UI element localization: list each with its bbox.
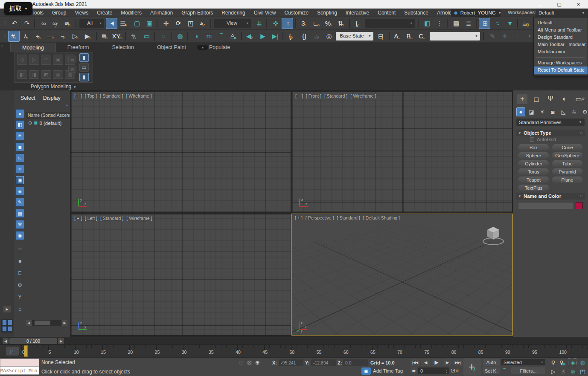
- select-and-link-icon[interactable]: ∞: [37, 18, 49, 29]
- primitive-button[interactable]: Sphere: [518, 152, 549, 159]
- menu-item[interactable]: Substance: [400, 9, 433, 17]
- display-bones-icon[interactable]: ☻: [15, 187, 24, 196]
- brush-size-medium-icon[interactable]: •: [523, 31, 535, 42]
- toggle-ribbon-icon[interactable]: ⊞: [479, 18, 490, 29]
- explorer-column-header[interactable]: Name (Sorted Ascendin: [26, 112, 70, 119]
- workspace-menu-item[interactable]: Design Standard: [534, 34, 588, 41]
- isolate-selection-toggle-icon[interactable]: ⊡: [239, 359, 244, 366]
- menu-item[interactable]: Create: [93, 9, 116, 17]
- select-object-icon[interactable]: ➤: [106, 18, 117, 29]
- menu-item[interactable]: Animation: [146, 9, 177, 17]
- viewport-label-segment[interactable]: [ Left ]: [85, 216, 97, 221]
- render-preset-select[interactable]: ▾: [430, 32, 480, 40]
- display-hidden-icon[interactable]: ◉: [15, 231, 24, 240]
- ribbon-tab[interactable]: Object Paint: [146, 43, 198, 52]
- category-lights-icon[interactable]: ☀: [538, 107, 547, 116]
- time-configuration-icon[interactable]: ◷⚙: [451, 367, 459, 373]
- set-keys-button[interactable]: + ⚷: [463, 358, 481, 376]
- zoom-all-icon[interactable]: ⚲ ▦: [558, 358, 567, 367]
- reference-coordinate-system-select[interactable]: View ▾: [214, 19, 251, 28]
- snap-face-outline-icon[interactable]: ▷ ∩: [70, 31, 82, 42]
- scene-state-next-icon[interactable]: ▶|: [269, 31, 280, 42]
- transform-coordinates-icon[interactable]: ⊕: [255, 359, 260, 366]
- select-and-scale-icon[interactable]: ◰: [184, 18, 196, 29]
- primitive-button[interactable]: Box: [518, 144, 549, 150]
- key-filters-icon[interactable]: ⌒: [502, 367, 507, 375]
- toolbar-grip[interactable]: ⁞⁞: [4, 21, 5, 26]
- polygon-mode-icon[interactable]: ▣: [53, 55, 63, 65]
- viewport-layout-tabs-button[interactable]: [1, 319, 13, 333]
- biped-icon[interactable]: ♙ ●: [227, 31, 239, 42]
- axis-constraints-icon[interactable]: XY ∩: [111, 31, 123, 42]
- character-icon[interactable]: m: [203, 31, 214, 42]
- chevron-down-icon[interactable]: ▾: [210, 46, 212, 49]
- ribbon-tool-icon[interactable]: ◨: [29, 70, 39, 79]
- filter-icon[interactable]: Y: [15, 292, 24, 301]
- minimize-button[interactable]: –: [530, 0, 550, 9]
- display-lights-icon[interactable]: ☀: [15, 131, 24, 140]
- ribbon-grip[interactable]: ⁞⁞⁞⁞⁞⁞⁞⁞⁞⁞⁞⁞⁞⁞⁞⁞: [1, 45, 3, 88]
- menu-item[interactable]: Content: [373, 9, 400, 17]
- autogrid-checkbox[interactable]: [530, 137, 534, 142]
- viewport-label-segment[interactable]: [ Standard ]: [337, 215, 360, 220]
- explorer-menu-item[interactable]: Select: [20, 95, 35, 101]
- scene-state-prev-icon[interactable]: ◀ ⚙: [244, 31, 256, 42]
- category-cameras-icon[interactable]: ◙: [548, 107, 557, 116]
- display-cameras-icon[interactable]: ◙: [15, 142, 24, 151]
- toggle-layer-explorer-icon[interactable]: ≣: [462, 18, 474, 29]
- ribbon-tool-icon[interactable]: ▥: [68, 66, 76, 73]
- menu-item[interactable]: Views: [70, 9, 93, 17]
- viewport-label-segment[interactable]: [ Wireframe ]: [350, 93, 376, 98]
- maxscript-mini-listener-pink[interactable]: [0, 359, 39, 366]
- container-icon[interactable]: ⌂: [15, 304, 24, 313]
- primitive-button[interactable]: TextPlus: [518, 185, 549, 191]
- tweak-mode-icon[interactable]: ▮: [79, 73, 89, 81]
- material-editor-icon[interactable]: ☕ ⚙: [520, 18, 532, 29]
- viewport-label-segment[interactable]: [ + ]: [295, 215, 303, 220]
- edit-named-selection-sets-icon[interactable]: { ✓: [352, 18, 364, 29]
- selection-filter-select[interactable]: All ▾: [79, 19, 104, 28]
- toggle-scene-explorer-icon[interactable]: ▤: [450, 18, 461, 29]
- viewport-front[interactable]: [ + ][ Front ][ Standard ][ Wireframe ] …: [292, 92, 512, 212]
- tab-motion-icon[interactable]: ◐: [559, 94, 570, 104]
- next-frame-button[interactable]: |▶: [442, 359, 452, 366]
- panel-more-icon[interactable]: »: [582, 95, 585, 101]
- viewport-label-segment[interactable]: [ + ]: [74, 216, 82, 221]
- rollout-pin-icon[interactable]: ⁙: [579, 131, 583, 135]
- set-key-button[interactable]: Set K.: [483, 367, 500, 374]
- viewport-label-segment[interactable]: [ + ]: [74, 93, 82, 98]
- menu-item[interactable]: Interactive: [341, 9, 373, 17]
- render-preset-a-icon[interactable]: A ☕: [392, 31, 403, 42]
- explorer-h-scrollbar[interactable]: ◀ ▶: [26, 320, 67, 326]
- border-mode-icon[interactable]: ◠: [41, 55, 51, 65]
- display-containers-icon[interactable]: ▤: [15, 209, 24, 218]
- frame-spinner[interactable]: ▴ ▾: [444, 367, 448, 374]
- explorer-expand-icon[interactable]: »: [66, 103, 68, 107]
- scroll-left-icon[interactable]: ◀: [26, 320, 32, 326]
- spinner-snap-icon[interactable]: ⇅ ∩: [335, 18, 347, 29]
- viewport-label-segment[interactable]: [ Wireframe ]: [126, 216, 152, 221]
- menu-item[interactable]: Graph Editors: [177, 9, 217, 17]
- workspaces-select[interactable]: Default ▼: [536, 9, 588, 17]
- vertex-mode-icon[interactable]: ◇: [17, 55, 27, 65]
- select-and-move-icon[interactable]: ✛: [160, 18, 171, 29]
- explorer-row[interactable]: ⊙ ≣ 0 (default): [26, 119, 70, 127]
- primitive-button[interactable]: Pyramid: [552, 168, 582, 175]
- ribbon-tab[interactable]: Freeform: [56, 43, 101, 52]
- render-preset-c-icon[interactable]: C ☕: [416, 31, 428, 42]
- paint-brush-icon[interactable]: ✎: [486, 31, 498, 42]
- primitive-button[interactable]: GeoSphere: [552, 152, 582, 159]
- state-braces-icon[interactable]: {}: [298, 31, 309, 42]
- ribbon-display-toggle[interactable]: ●: [197, 45, 208, 50]
- object-name-field[interactable]: [518, 202, 574, 209]
- display-helpers-icon[interactable]: ◺: [15, 153, 24, 162]
- viewport-perspective[interactable]: [ + ][ Perspective ][ Standard ][ Defaul…: [291, 214, 513, 336]
- menu-item[interactable]: Modifiers: [116, 9, 146, 17]
- select-and-place-icon[interactable]: ◕ ↗: [197, 18, 208, 29]
- bind-to-space-warp-icon[interactable]: ≋ ∩: [62, 18, 73, 29]
- ribbon-tool-icon[interactable]: ▭: [79, 63, 89, 72]
- ribbon-tool-icon[interactable]: ▦: [53, 70, 63, 79]
- viewport-label-segment[interactable]: [ Front ]: [306, 93, 321, 98]
- time-tag-icon[interactable]: ▣: [361, 367, 371, 375]
- select-by-name-icon[interactable]: ☰ ➤: [118, 18, 130, 29]
